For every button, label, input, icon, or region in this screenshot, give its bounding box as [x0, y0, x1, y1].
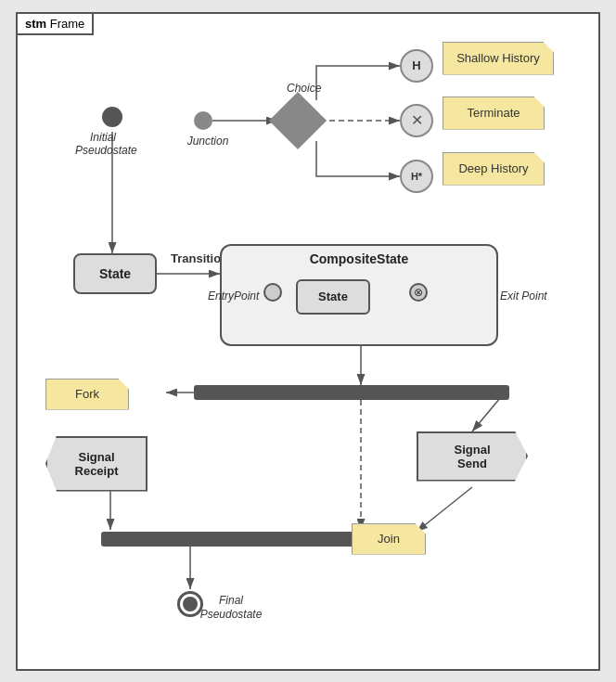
state-left: State [73, 253, 157, 294]
junction [194, 111, 212, 130]
exit-point-icon: ⊗ [414, 286, 423, 299]
final-pseudostate-label: Final Pseudostate [194, 594, 268, 623]
terminate-note: Terminate [443, 97, 545, 130]
diagram-frame: stm Frame [16, 12, 600, 671]
history-deep: H* [400, 160, 433, 193]
signal-send-label: Signal Send [454, 443, 490, 470]
composite-state-title: CompositeState [222, 246, 496, 270]
signal-receipt: Signal Receipt [45, 436, 148, 492]
fork-bar [194, 385, 509, 400]
initial-pseudostate-label: Initial Pseudostate [75, 131, 131, 157]
entry-point [263, 283, 282, 302]
choice [269, 91, 327, 148]
svg-line-10 [417, 487, 472, 532]
choice-label: Choice [287, 82, 321, 95]
exit-point: ⊗ [409, 283, 428, 302]
junction-label: Junction [180, 135, 236, 148]
history-shallow: H [400, 49, 433, 83]
composite-state: CompositeState State ⊗ [220, 244, 498, 346]
frame-label: stm Frame [18, 14, 94, 35]
initial-pseudostate [102, 107, 122, 127]
shallow-history-note: Shallow History [443, 42, 554, 75]
fork-note: Fork [45, 379, 129, 410]
signal-send: Signal Send [417, 431, 528, 482]
join-note: Join [352, 523, 426, 555]
signal-receipt-label: Signal Receipt [75, 450, 119, 478]
composite-inner-state: State [296, 279, 370, 315]
terminate-icon: ✕ [411, 111, 423, 129]
terminate: ✕ [400, 104, 433, 137]
exit-point-label: Exit Point [500, 290, 547, 302]
deep-history-note: Deep History [443, 152, 545, 186]
history-deep-text: H* [411, 171, 422, 182]
history-shallow-text: H [412, 58, 420, 72]
join-bar [101, 532, 361, 547]
frame-name: Frame [50, 17, 85, 31]
entry-point-label: EntryPoint [208, 290, 259, 302]
frame-type: stm [25, 17, 46, 31]
